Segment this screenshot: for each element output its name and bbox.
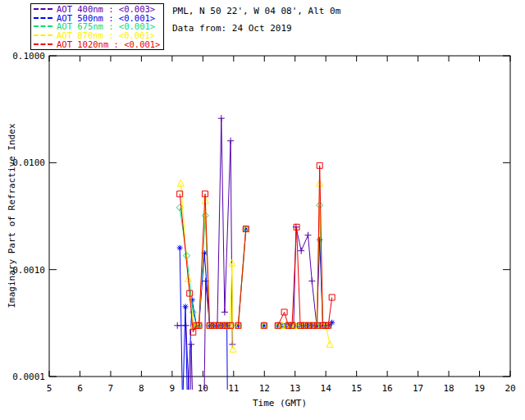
series-aot-400nm bbox=[174, 115, 327, 420]
series-markers bbox=[177, 162, 336, 335]
series-line bbox=[177, 118, 324, 419]
y-tick-label: 0.1000 bbox=[12, 51, 45, 62]
x-tick-label: 16 bbox=[382, 383, 393, 394]
legend-line-sample bbox=[34, 34, 52, 36]
x-tick-label: 18 bbox=[443, 383, 454, 394]
x-tick-label: 12 bbox=[259, 383, 270, 394]
legend-row-aot-675nm: AOT 675nm : <0.001> bbox=[34, 22, 163, 30]
legend-line-sample bbox=[34, 8, 52, 10]
x-tick-label: 14 bbox=[321, 383, 332, 394]
legend-label: AOT 500nm : <0.001> bbox=[57, 14, 155, 22]
y-tick-label: 0.0010 bbox=[12, 265, 45, 276]
site-location-text: PML, N 50 22', W 04 08', Alt 0m bbox=[172, 6, 340, 17]
x-tick-label: 7 bbox=[108, 383, 114, 394]
series-markers bbox=[174, 115, 327, 420]
chart-canvas: 5678910111213141516171819200.10000.01000… bbox=[0, 0, 525, 420]
series-aot-1020nm bbox=[177, 162, 336, 335]
header-block: PML, N 50 22', W 04 08', Alt 0m Data fro… bbox=[172, 6, 340, 40]
x-tick-label: 15 bbox=[351, 383, 362, 394]
x-tick-label: 11 bbox=[228, 383, 239, 394]
legend-line-sample bbox=[34, 17, 52, 19]
y-tick-label: 0.0100 bbox=[12, 158, 45, 168]
legend-row-aot-1020nm: AOT 1020nm : <0.001> bbox=[34, 40, 163, 48]
legend-row-aot-870nm: AOT 870nm : <0.001> bbox=[34, 31, 163, 39]
x-tick-label: 9 bbox=[170, 383, 176, 394]
x-tick-label: 20 bbox=[504, 383, 515, 394]
x-axis-label: Time (GMT) bbox=[253, 398, 307, 409]
x-tick-label: 10 bbox=[198, 383, 208, 394]
y-axis-label: Imaginary Part of Refractive Index bbox=[7, 123, 17, 308]
legend-line-sample bbox=[34, 43, 52, 45]
legend-label: AOT 400nm : <0.003> bbox=[57, 5, 155, 13]
x-tick-label: 8 bbox=[139, 383, 144, 394]
legend-label: AOT 675nm : <0.001> bbox=[57, 22, 155, 30]
legend-label: AOT 1020nm : <0.001> bbox=[57, 40, 160, 48]
x-tick-label: 13 bbox=[290, 383, 300, 394]
legend-label: AOT 870nm : <0.001> bbox=[57, 31, 155, 39]
x-tick-label: 5 bbox=[47, 383, 52, 394]
x-tick-label: 17 bbox=[413, 383, 423, 394]
legend-row-aot-500nm: AOT 500nm : <0.001> bbox=[34, 14, 163, 22]
legend-line-sample bbox=[34, 25, 52, 27]
y-tick-label: 0.0001 bbox=[12, 372, 45, 382]
legend-row-aot-400nm: AOT 400nm : <0.003> bbox=[34, 5, 163, 13]
x-tick-label: 19 bbox=[474, 383, 485, 394]
legend-box: AOT 400nm : <0.003>AOT 500nm : <0.001>AO… bbox=[30, 3, 164, 50]
data-date-text: Data from: 24 Oct 2019 bbox=[172, 23, 340, 34]
screenshot-root: 5678910111213141516171819200.10000.01000… bbox=[0, 0, 525, 420]
x-tick-label: 6 bbox=[77, 383, 83, 394]
